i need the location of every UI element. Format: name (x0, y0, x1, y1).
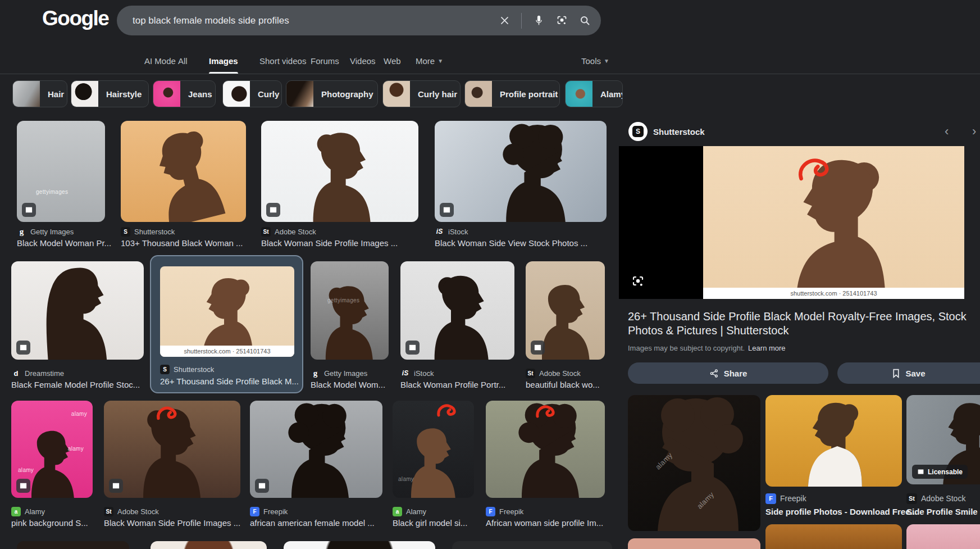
tab-images[interactable]: Images (209, 52, 238, 74)
panel-source-name[interactable]: Shutterstock (653, 127, 705, 137)
result-source[interactable]: iS iStock (435, 226, 468, 237)
result-image[interactable] (526, 261, 605, 360)
chevron-right-icon[interactable]: › (972, 124, 976, 139)
result-title[interactable]: pink background S... (11, 518, 88, 528)
google-lens-icon[interactable] (556, 15, 568, 26)
result-image[interactable] (11, 261, 144, 360)
image-icon (917, 468, 924, 475)
result-source[interactable]: a Alamy (393, 506, 426, 516)
result-image[interactable] (486, 401, 605, 498)
google-logo[interactable]: Google (42, 7, 108, 30)
result-image-selected[interactable]: shutterstock.com · 2514101743 S Shutters… (150, 255, 303, 393)
tab-forums[interactable]: Forums (311, 52, 339, 74)
chip-curly-hair[interactable]: Curly hair (382, 80, 461, 107)
result-title[interactable]: beautiful black wo... (526, 380, 600, 389)
chip-photography[interactable]: Photography (286, 80, 378, 107)
clear-search-icon[interactable] (499, 15, 510, 26)
result-title[interactable]: 26+ Thousand Side Profile Black M... (160, 376, 298, 386)
result-title[interactable]: Black Female Model Profile Stoc... (11, 380, 140, 389)
related-image[interactable] (906, 524, 980, 549)
result-title[interactable]: Black Model Wom... (311, 380, 385, 389)
result-title[interactable]: Black Woman Profile Portr... (400, 380, 505, 389)
tab-ai-mode[interactable]: AI Mode (144, 52, 176, 74)
related-image[interactable] (765, 395, 902, 487)
result-source[interactable]: S Shutterstock (121, 226, 175, 237)
chip-profile-portrait[interactable]: Profile portrait (464, 80, 560, 107)
istock-icon: iS (435, 227, 444, 237)
result-title[interactable]: Black Woman Side Profile Images ... (261, 238, 398, 248)
tab-more[interactable]: More▼ (416, 52, 443, 74)
result-title[interactable]: Black Woman Side View Stock Photos ... (435, 238, 587, 248)
chip-alamy[interactable]: Alamy (565, 80, 623, 107)
tab-videos[interactable]: Videos (350, 52, 376, 74)
result-source[interactable]: F Freepik (250, 506, 288, 516)
chevron-left-icon[interactable]: ‹ (945, 124, 949, 139)
related-image[interactable] (628, 538, 760, 549)
tab-short-videos[interactable]: Short videos (259, 52, 306, 74)
search-inside-image-icon[interactable] (631, 275, 645, 291)
result-image[interactable]: gettyimages (17, 121, 105, 222)
shutterstock-avatar[interactable]: S (628, 122, 648, 141)
result-source[interactable]: F Freepik (486, 506, 523, 516)
chip-curly[interactable]: Curly (222, 80, 282, 107)
panel-result-title[interactable]: 26+ Thousand Side Profile Black Model Ro… (628, 310, 972, 338)
image-badge-icon (16, 479, 30, 493)
related-source[interactable]: F Freepik (765, 493, 806, 503)
watermark: alamy (398, 476, 414, 482)
tools-button[interactable]: Tools▼ (581, 52, 609, 74)
chip-hair[interactable]: Hair (12, 80, 67, 107)
chip-thumbnail (465, 80, 492, 107)
related-image[interactable] (765, 524, 902, 549)
result-source[interactable]: a Alamy (11, 506, 45, 516)
dreamstime-icon: d (11, 369, 21, 378)
result-image[interactable] (121, 121, 246, 222)
result-source[interactable]: g Getty Images (17, 226, 74, 237)
microphone-icon[interactable] (533, 15, 545, 26)
search-icon[interactable] (579, 15, 591, 26)
result-image[interactable] (452, 541, 612, 549)
result-source[interactable]: S Shutterstock (160, 364, 214, 374)
result-image[interactable] (435, 121, 607, 222)
result-source[interactable]: g Getty Images (311, 368, 367, 378)
result-image[interactable] (151, 541, 267, 549)
related-image[interactable]: Licensable (906, 395, 980, 484)
tab-web[interactable]: Web (384, 52, 401, 74)
share-button[interactable]: Share (628, 362, 828, 384)
result-source[interactable]: St Adobe Stock (261, 226, 316, 237)
result-image[interactable] (250, 401, 382, 498)
related-title[interactable]: Side Profile Smile Imag... (906, 507, 980, 516)
result-image[interactable]: alamy alamy alamy (11, 401, 93, 498)
watermark: gettyimages (36, 189, 68, 195)
result-source[interactable]: iS iStock (400, 368, 434, 378)
search-bar[interactable]: top black female models side profiles (117, 6, 601, 35)
result-image[interactable]: alamy (393, 401, 474, 498)
result-image[interactable] (284, 541, 435, 549)
result-title[interactable]: african american female model ... (250, 518, 375, 528)
result-title[interactable]: Black Model Woman Pr... (17, 238, 111, 248)
result-title[interactable]: Black girl model si... (393, 518, 467, 528)
result-image[interactable] (400, 261, 514, 360)
related-source[interactable]: St Adobe Stock (906, 493, 965, 503)
search-input[interactable]: top black female models side profiles (133, 6, 289, 35)
result-source[interactable]: d Dreamstime (11, 368, 64, 378)
chip-jeans[interactable]: Jeans (153, 80, 216, 107)
chevron-down-icon: ▼ (604, 52, 609, 71)
result-title[interactable]: African woman side profile Im... (486, 518, 603, 528)
result-source[interactable]: St Adobe Stock (526, 368, 581, 378)
chip-hairstyle[interactable]: Hairstyle (71, 80, 149, 107)
tab-all[interactable]: All (178, 52, 188, 74)
chip-thumbnail (13, 80, 40, 107)
result-title[interactable]: Black Woman Side Profile Images ... (104, 518, 240, 528)
related-image[interactable]: alamy alamy (628, 395, 760, 531)
learn-more-link[interactable]: Learn more (748, 344, 785, 352)
result-image[interactable] (261, 121, 418, 222)
adobe-stock-icon: St (906, 493, 917, 504)
result-image[interactable]: gettyimages (311, 261, 389, 360)
panel-photo[interactable]: shutterstock.com · 2514101743 (703, 146, 964, 299)
save-button[interactable]: Save (837, 362, 980, 384)
related-title[interactable]: Side profile Photos - Download Free... (765, 507, 906, 516)
result-source[interactable]: St Adobe Stock (104, 506, 159, 516)
result-image[interactable] (104, 401, 240, 498)
result-title[interactable]: 103+ Thousand Black Woman ... (121, 238, 243, 248)
result-image[interactable] (17, 541, 129, 549)
